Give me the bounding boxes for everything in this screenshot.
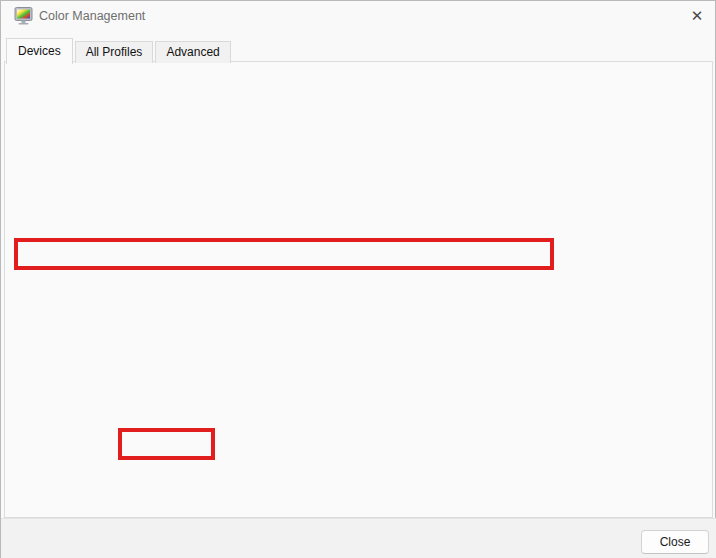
close-icon[interactable]: ✕ bbox=[686, 5, 708, 27]
color-management-window: Color Management ✕ Devices All Profiles … bbox=[0, 0, 716, 558]
tab-all-profiles[interactable]: All Profiles bbox=[75, 41, 154, 63]
color-management-app-icon bbox=[14, 7, 33, 25]
window-title: Color Management bbox=[39, 9, 145, 23]
tab-devices[interactable]: Devices bbox=[6, 38, 73, 64]
dialog-footer bbox=[1, 518, 716, 558]
close-button[interactable]: Close bbox=[641, 530, 709, 554]
devices-tab-page bbox=[4, 61, 713, 518]
title-bar: Color Management ✕ bbox=[1, 1, 715, 31]
tab-advanced[interactable]: Advanced bbox=[155, 41, 230, 63]
tab-strip: Devices All Profiles Advanced bbox=[6, 38, 233, 63]
